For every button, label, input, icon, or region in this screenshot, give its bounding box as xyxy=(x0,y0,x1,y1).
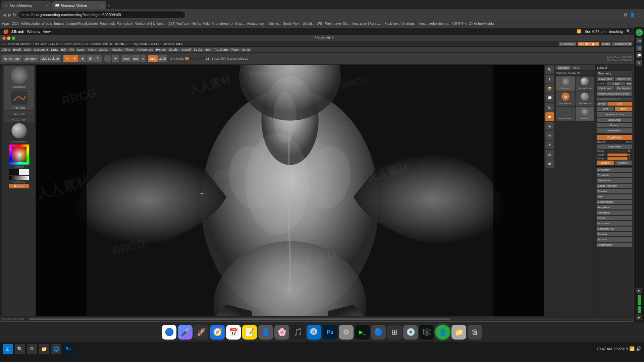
surface-btn[interactable]: Surface 0 xyxy=(615,161,632,165)
dock-logic[interactable]: 🎼 xyxy=(419,325,434,340)
gtm-video-btn[interactable]: 📹 xyxy=(636,38,642,44)
gtm-settings-btn[interactable]: ⚙ xyxy=(636,60,642,66)
bookmark-cca[interactable]: CCA xyxy=(12,22,19,25)
gtm-chat-btn[interactable]: 💬 xyxy=(636,52,642,58)
tab-gotomeeting[interactable]: 🎥 GoToMeeting ✕ xyxy=(1,1,52,9)
menu-stroke[interactable]: Stroke xyxy=(193,48,204,52)
refresh-button[interactable]: ↻ xyxy=(13,12,16,17)
freehand-brush[interactable]: FreeHand xyxy=(4,90,34,110)
dock-siri[interactable]: 🎤 xyxy=(178,325,193,340)
white-swatch[interactable] xyxy=(19,169,29,175)
focal-shift-display[interactable]: Focal Shift 0 xyxy=(212,57,229,60)
dynamesh-btn[interactable]: DynaMesh xyxy=(597,168,632,172)
back-button[interactable]: ◀ xyxy=(3,12,6,17)
scale-btn[interactable]: ⊠ xyxy=(87,55,94,62)
lightbox-tab[interactable]: Lightbox xyxy=(556,66,571,70)
modify-topology-btn[interactable]: Modify Topology xyxy=(597,184,632,188)
quicksave-btn[interactable]: QuickSave xyxy=(559,42,576,46)
dock-diskdiag[interactable]: 💿 xyxy=(403,325,418,340)
brush-circle-btn[interactable] xyxy=(104,55,111,62)
del-higher-btn[interactable]: Del Higher xyxy=(615,86,632,90)
lower-res-btn[interactable]: Lower Res xyxy=(597,77,614,81)
edge-btn[interactable]: Edge 0 xyxy=(597,161,614,165)
bookmark-other[interactable]: Other bookmarks xyxy=(469,22,495,25)
traffic-light-red[interactable] xyxy=(2,37,6,40)
bookmark-funnyjunk[interactable]: FunnyJunk xyxy=(117,22,133,25)
view-menu[interactable]: View xyxy=(43,29,51,34)
dock-safari[interactable]: 🧭 xyxy=(210,325,225,340)
size-btn[interactable]: Size xyxy=(597,194,632,199)
tool-archive[interactable]: 📦 xyxy=(545,84,554,93)
dock-iphoto[interactable]: 🌸 xyxy=(274,325,289,340)
dynamic-subdiv-btn[interactable]: Dynamic Subdiv xyxy=(597,112,632,117)
dock-photoshop[interactable]: Ps xyxy=(323,325,337,340)
tab-close-2[interactable]: ✕ xyxy=(101,4,103,7)
geometry-header[interactable]: Geometry xyxy=(597,71,632,76)
matcap-preview[interactable]: StartupMateria xyxy=(4,123,34,143)
lightbox-btn[interactable]: LightBox xyxy=(23,55,39,62)
tool-annot[interactable]: 💬 xyxy=(545,94,554,102)
dock-proxy[interactable]: 🔵 xyxy=(371,325,386,340)
black-swatch[interactable] xyxy=(9,169,19,175)
tool-parts[interactable]: ⚀ xyxy=(545,103,554,112)
m-btn[interactable]: M xyxy=(141,55,146,62)
bookmark-fb[interactable]: Facebook xyxy=(100,22,115,25)
tools-tab[interactable]: Tools xyxy=(571,66,581,70)
bookmark-hulu[interactable]: Hulu xyxy=(203,22,210,25)
preview-btn[interactable]: Preview xyxy=(597,232,632,236)
edgeloop-btn[interactable]: EdgeLoop xyxy=(597,118,632,122)
menu-tool[interactable]: Tool xyxy=(204,48,213,52)
rar-btn[interactable]: Rar xyxy=(626,82,632,85)
menu-draw[interactable]: Draw xyxy=(50,48,59,52)
rotate-btn[interactable]: ↻ xyxy=(94,55,102,62)
dock-finder[interactable]: 🔵 xyxy=(162,325,176,340)
draw-size-display[interactable]: Draw Size 12 xyxy=(230,57,248,60)
tool-record[interactable]: ⏺ xyxy=(545,159,554,168)
zintensity-slider[interactable] xyxy=(185,57,205,60)
dock-sysprefs[interactable]: ⚙ xyxy=(339,325,354,340)
fibermesh-btn[interactable]: FiberMesh xyxy=(597,221,632,226)
mrgb-btn[interactable]: Mrgb xyxy=(121,55,131,62)
brush-simple[interactable]: ✿ SimpleBrush xyxy=(556,92,575,106)
menu-picker[interactable]: Picker xyxy=(124,48,135,52)
taskbar-photoshop[interactable]: Ps xyxy=(63,344,73,354)
bookmark-apps[interactable]: Apps xyxy=(2,22,10,25)
dock-terminal[interactable]: ▶_ xyxy=(355,325,370,340)
tab-gnomon[interactable]: 📖 Gnomon Online ✕ xyxy=(52,1,106,9)
zbrush-menu-app[interactable]: ZBrush xyxy=(11,29,24,34)
tool-linefri[interactable]: ☰ xyxy=(545,150,554,159)
layers-btn[interactable]: Layers xyxy=(597,216,632,220)
brush-alpha[interactable]: AlphaBrush xyxy=(576,92,594,106)
tool-zoom[interactable]: 🔍 xyxy=(545,65,554,74)
zremesher-btn[interactable]: ZRemesher xyxy=(597,178,632,183)
menu-preferences[interactable]: Preferences xyxy=(136,48,155,52)
move-btn[interactable]: ⊕ xyxy=(79,55,86,62)
bookmark-wb[interactable]: WB - Weinmayer Gli... xyxy=(317,22,350,25)
color-picker-area[interactable] xyxy=(4,144,34,165)
bookmark-southpark[interactable]: South Park - Watch... xyxy=(283,22,315,25)
bookmark-cryptik[interactable]: CRYPTIK xyxy=(452,22,467,25)
position-btn[interactable]: Position xyxy=(597,189,632,193)
url-input[interactable] xyxy=(18,11,185,18)
new-tab-button[interactable]: + xyxy=(107,2,110,8)
tool-rec[interactable]: ⏺ xyxy=(545,112,554,121)
menu-btn[interactable]: Menu xyxy=(601,42,611,46)
bookmark-electric[interactable]: electric relaxation a... xyxy=(419,22,450,25)
zsub-btn[interactable]: Zsub xyxy=(158,55,167,62)
menu-file[interactable]: File xyxy=(68,48,76,52)
menu-plugin[interactable]: Plugin xyxy=(229,48,240,52)
bookmark-art[interactable]: Art/Inspirations/Tools xyxy=(21,22,52,25)
edit-mode-btn[interactable]: ✏ xyxy=(63,55,71,62)
traffic-light-yellow[interactable] xyxy=(7,37,10,40)
dock-launchpad[interactable]: 🚀 xyxy=(194,325,209,340)
bookmark-amazon[interactable]: Amazon.com: Online... xyxy=(247,22,281,25)
tessimate-btn[interactable]: Tessimate xyxy=(597,173,632,177)
claypolish-btn[interactable]: ClayPolish xyxy=(597,144,632,149)
brush-weskeil2[interactable]: WesKeil xyxy=(576,107,594,121)
cage-btn[interactable]: Cage xyxy=(607,82,625,85)
tool-smo2[interactable]: ≋ xyxy=(545,131,554,140)
search-icon[interactable]: 🔍 xyxy=(626,29,631,34)
dock-finder2[interactable]: 📁 xyxy=(451,325,466,340)
nanomesh-btn[interactable]: NanoMesh xyxy=(597,210,632,215)
divide-btn[interactable]: Divide xyxy=(597,102,607,106)
